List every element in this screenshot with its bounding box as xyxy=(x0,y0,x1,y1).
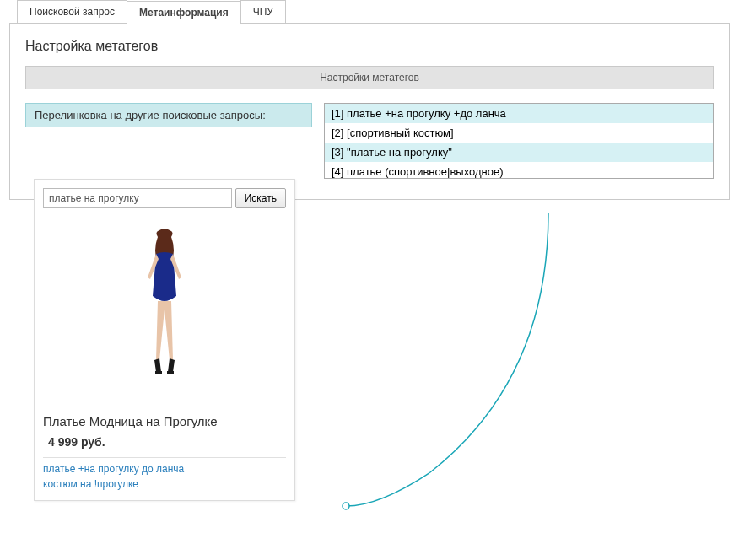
preview-card: Искать Платье Модница на Прогулке 4 999 … xyxy=(34,179,295,501)
tab-search-query[interactable]: Поисковой запрос xyxy=(17,0,127,23)
product-title: Платье Модница на Прогулке xyxy=(43,414,286,428)
product-price: 4 999 руб. xyxy=(43,435,286,449)
tab-sef[interactable]: ЧПУ xyxy=(240,0,286,23)
related-links: платье +на прогулку до ланча костюм на !… xyxy=(43,457,286,490)
listbox-option[interactable]: [3] "платье на прогулку" xyxy=(325,143,713,162)
related-link[interactable]: костюм на !прогулке xyxy=(43,478,286,490)
interlink-listbox[interactable]: [1] платье +на прогулку +до ланча [2] [с… xyxy=(324,103,714,179)
listbox-option[interactable]: [4] платье (спортивное|выходное) xyxy=(325,162,713,179)
search-button[interactable]: Искать xyxy=(235,188,286,208)
main-panel: Настройка метатегов Настройки метатегов … xyxy=(9,23,730,200)
tab-metainformation[interactable]: Метаинформация xyxy=(127,1,241,24)
interlink-label: Перелинковка на другие поисковые запросы… xyxy=(25,103,312,127)
tabs-bar: Поисковой запрос Метаинформация ЧПУ xyxy=(17,0,739,23)
product-image xyxy=(43,217,286,402)
svg-rect-1 xyxy=(155,371,162,374)
section-header: Настройки метатегов xyxy=(25,66,714,89)
model-illustration xyxy=(122,225,207,402)
listbox-option[interactable]: [2] [спортивный костюм] xyxy=(325,123,713,143)
panel-title: Настройка метатегов xyxy=(25,39,714,54)
related-link[interactable]: платье +на прогулку до ланча xyxy=(43,463,286,475)
interlink-row: Перелинковка на другие поисковые запросы… xyxy=(25,103,714,179)
preview-search-bar: Искать xyxy=(43,188,286,208)
listbox-option[interactable]: [1] платье +на прогулку +до ланча xyxy=(325,104,713,123)
svg-rect-2 xyxy=(167,371,174,374)
search-input[interactable] xyxy=(43,188,232,208)
connector-arrow xyxy=(295,211,599,523)
svg-point-3 xyxy=(343,503,349,509)
